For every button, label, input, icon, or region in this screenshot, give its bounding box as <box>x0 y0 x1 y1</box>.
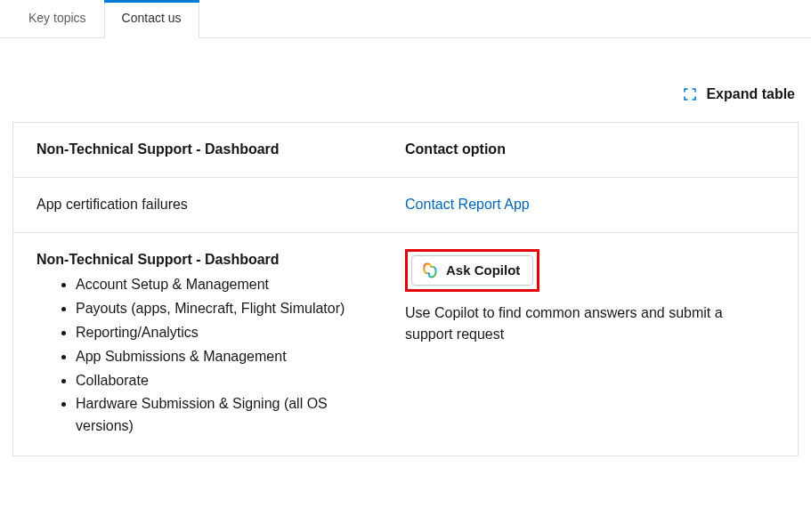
list-item: Payouts (apps, Minecraft, Flight Simulat… <box>76 298 359 320</box>
table-header-left: Non-Technical Support - Dashboard <box>13 123 383 178</box>
table-row: App certification failures Contact Repor… <box>13 177 799 232</box>
table-header-right: Contact option <box>382 123 798 178</box>
contact-report-app-link[interactable]: Contact Report App <box>405 197 530 212</box>
tab-contact-us[interactable]: Contact us <box>104 0 199 38</box>
tab-key-topics[interactable]: Key topics <box>11 0 104 37</box>
copilot-helper-text: Use Copilot to find common answers and s… <box>405 302 761 347</box>
row2-heading: Non-Technical Support - Dashboard <box>36 249 359 271</box>
list-item: Account Setup & Management <box>76 274 359 296</box>
row2-list: Account Setup & Management Payouts (apps… <box>36 274 359 438</box>
tabs-bar: Key topics Contact us <box>0 0 811 38</box>
list-item: Reporting/Analytics <box>76 322 359 344</box>
expand-icon <box>683 87 697 101</box>
row1-topic: App certification failures <box>13 177 383 232</box>
support-table: Non-Technical Support - Dashboard Contac… <box>12 122 799 456</box>
copilot-icon <box>421 262 439 279</box>
table-row: Non-Technical Support - Dashboard Accoun… <box>13 232 799 455</box>
list-item: Hardware Submission & Signing (all OS ve… <box>76 393 359 438</box>
list-item: Collaborate <box>76 370 359 392</box>
ask-copilot-button[interactable]: Ask Copilot <box>411 255 533 286</box>
expand-table-button[interactable]: Expand table <box>12 86 799 102</box>
expand-table-label: Expand table <box>706 86 795 102</box>
tab-content: Expand table Non-Technical Support - Das… <box>0 38 811 469</box>
highlight-box: Ask Copilot <box>405 249 539 292</box>
ask-copilot-label: Ask Copilot <box>446 262 520 278</box>
list-item: App Submissions & Management <box>76 346 359 368</box>
